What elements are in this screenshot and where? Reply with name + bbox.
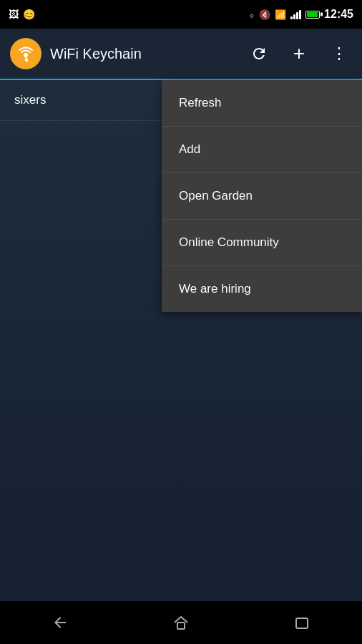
status-bar: 🖼 😊 ⬦ 🔇 📶 12:45	[0, 0, 362, 29]
main-content: sixers Refresh Add Open Garden Online Co…	[0, 80, 362, 601]
battery-icon	[305, 11, 320, 19]
back-icon	[52, 614, 69, 631]
app-logo	[10, 38, 41, 69]
app-title: WiFi Keychain	[50, 46, 246, 62]
refresh-icon	[250, 45, 268, 62]
volume-mute-icon: 🔇	[259, 9, 270, 20]
dropdown-menu: Refresh Add Open Garden Online Community…	[162, 80, 362, 312]
menu-item-online-community[interactable]: Online Community	[162, 220, 362, 266]
signal-bars-icon	[290, 9, 301, 19]
menu-item-we-are-hiring[interactable]: We are hiring	[162, 266, 362, 312]
menu-item-open-garden[interactable]: Open Garden	[162, 173, 362, 220]
nav-bar	[0, 601, 362, 644]
recents-icon	[293, 614, 310, 631]
menu-item-add[interactable]: Add	[162, 127, 362, 173]
status-bar-left: 🖼 😊	[9, 9, 35, 20]
svg-point-0	[24, 53, 28, 57]
svg-rect-4	[177, 623, 185, 629]
app-bar: WiFi Keychain + ⋮	[0, 29, 362, 80]
status-time: 12:45	[324, 8, 353, 21]
wifi-keychain-logo-icon	[16, 44, 36, 64]
app-bar-actions: + ⋮	[246, 41, 352, 67]
add-button[interactable]: +	[286, 41, 312, 67]
menu-item-refresh[interactable]: Refresh	[162, 80, 362, 127]
emoji-icon: 😊	[23, 9, 35, 20]
back-button[interactable]	[39, 601, 82, 644]
status-bar-right: ⬦ 🔇 📶 12:45	[249, 8, 353, 21]
bluetooth-icon: ⬦	[249, 9, 255, 20]
home-button[interactable]	[160, 601, 202, 644]
refresh-button[interactable]	[246, 41, 272, 67]
recents-button[interactable]	[280, 601, 323, 644]
wifi-icon: 📶	[275, 9, 286, 20]
svg-rect-5	[296, 618, 308, 628]
more-options-button[interactable]: ⋮	[326, 41, 352, 67]
gallery-icon: 🖼	[9, 9, 19, 20]
home-icon	[172, 614, 190, 631]
